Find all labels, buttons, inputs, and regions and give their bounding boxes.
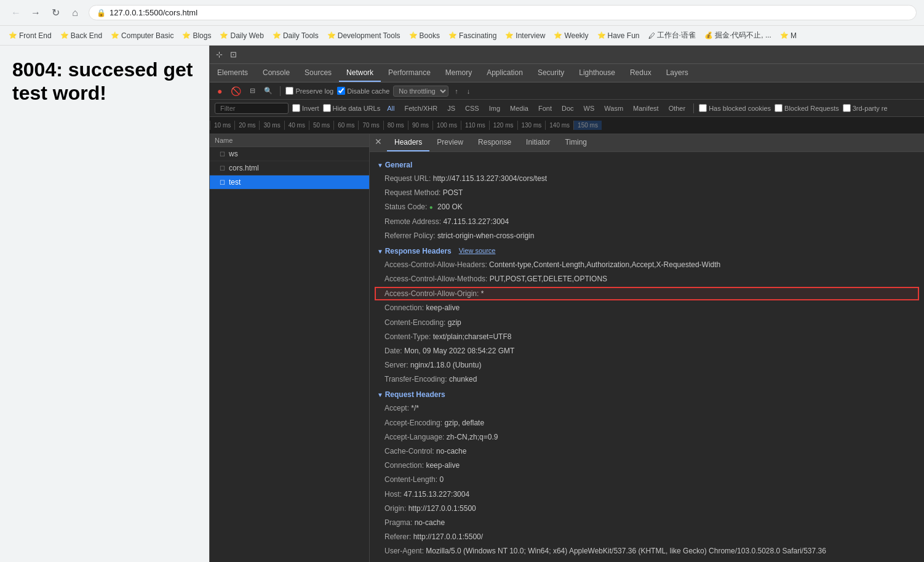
panel-tab-headers[interactable]: Headers — [387, 134, 429, 151]
throttle-select[interactable]: No throttling — [393, 86, 448, 97]
tab-layers[interactable]: Layers — [659, 65, 696, 82]
separator — [280, 86, 281, 96]
record-button[interactable]: ● — [215, 85, 225, 97]
view-source-link[interactable]: View source — [459, 247, 496, 254]
bookmark-back-end[interactable]: ⭐ Back End — [57, 30, 106, 41]
preserve-log-checkbox[interactable] — [285, 87, 293, 95]
bookmark-juejin[interactable]: 💰 掘金·代码不止, ... — [701, 29, 775, 42]
tab-application[interactable]: Application — [479, 65, 530, 82]
origin-row: Origin: http://127.0.0.1:5500 — [375, 502, 919, 516]
bookmark-fascinating[interactable]: ⭐ Fascinating — [445, 30, 500, 41]
panel-tab-initiator[interactable]: Initiator — [519, 134, 557, 151]
filter-doc[interactable]: Doc — [559, 103, 577, 113]
disable-cache-label[interactable]: Disable cache — [337, 87, 389, 95]
forward-button[interactable]: → — [27, 4, 44, 22]
filter-manifest[interactable]: Manifest — [630, 103, 662, 113]
third-party-label[interactable]: 3rd-party re — [843, 104, 888, 112]
bookmark-label: M — [791, 31, 797, 40]
bookmark-front-end[interactable]: ⭐ Front End — [5, 30, 55, 41]
preserve-log-label[interactable]: Preserve log — [285, 87, 333, 95]
clear-button[interactable]: 🚫 — [228, 85, 244, 97]
bookmark-weekly[interactable]: ⭐ Weekly — [550, 30, 592, 41]
filter-input[interactable] — [215, 103, 289, 114]
filter-js[interactable]: JS — [444, 103, 458, 113]
search-button[interactable]: 🔍 — [261, 86, 275, 96]
request-list-header: Name — [210, 134, 369, 147]
tab-performance[interactable]: Performance — [381, 65, 438, 82]
tab-network[interactable]: Network — [339, 65, 381, 82]
has-blocked-cookies-checkbox[interactable] — [699, 104, 707, 112]
accept-label: Accept: — [384, 404, 411, 412]
filter-toggle[interactable]: ⊟ — [247, 86, 258, 96]
checkbox-icon: ☐ — [220, 179, 225, 186]
blocked-requests-label[interactable]: Blocked Requests — [775, 104, 839, 112]
bookmark-m[interactable]: ⭐ M — [776, 30, 800, 41]
home-button[interactable]: ⌂ — [66, 4, 84, 22]
upload-icon[interactable]: ↑ — [452, 86, 461, 96]
tab-sources[interactable]: Sources — [297, 65, 339, 82]
blocked-requests-checkbox[interactable] — [775, 104, 783, 112]
filter-ws[interactable]: WS — [581, 103, 598, 113]
bookmark-label: Books — [420, 31, 440, 40]
filter-img[interactable]: Img — [486, 103, 503, 113]
tab-elements[interactable]: Elements — [210, 65, 255, 82]
bookmark-icon: ⭐ — [554, 31, 562, 39]
server-value: nginx/1.18.0 (Ubuntu) — [410, 361, 481, 369]
bookmark-label: Have Fun — [608, 31, 640, 40]
download-icon[interactable]: ↓ — [464, 86, 473, 96]
content-type-label: Content-Type: — [384, 332, 433, 341]
tab-security[interactable]: Security — [530, 65, 572, 82]
close-panel-button[interactable]: ✕ — [370, 134, 387, 151]
status-code-label: Status Code: — [384, 203, 429, 211]
devtools-device-toggle[interactable]: ⊡ — [226, 47, 241, 62]
bookmark-daily-tools[interactable]: ⭐ Daily Tools — [269, 30, 322, 41]
bookmark-computer-basic[interactable]: ⭐ Computer Basic — [107, 30, 177, 41]
filter-fetch-xhr[interactable]: Fetch/XHR — [401, 103, 440, 113]
bookmark-daily-web[interactable]: ⭐ Daily Web — [216, 30, 267, 41]
disable-cache-checkbox[interactable] — [337, 87, 345, 95]
request-headers-section-header[interactable]: Request Headers — [375, 387, 919, 401]
tab-memory[interactable]: Memory — [438, 65, 479, 82]
bookmark-interview[interactable]: ⭐ Interview — [501, 30, 549, 41]
filter-media[interactable]: Media — [507, 103, 532, 113]
hide-data-urls-checkbox[interactable] — [323, 104, 331, 112]
bookmark-have-fun[interactable]: ⭐ Have Fun — [594, 30, 643, 41]
panel-tab-response[interactable]: Response — [471, 134, 519, 151]
filter-wasm[interactable]: Wasm — [601, 103, 626, 113]
invert-text: Invert — [302, 105, 319, 112]
has-blocked-cookies-label[interactable]: Has blocked cookies — [699, 104, 771, 112]
tab-lighthouse[interactable]: Lighthouse — [572, 65, 623, 82]
request-item-ws[interactable]: ☐ ws — [210, 147, 369, 161]
tab-console[interactable]: Console — [255, 65, 297, 82]
reload-button[interactable]: ↻ — [47, 4, 64, 22]
request-item-cors[interactable]: ☐ cors.html — [210, 161, 369, 175]
bookmark-icon: 💰 — [704, 31, 713, 39]
bookmark-yuque[interactable]: 🖊 工作台·语雀 — [645, 29, 699, 42]
hide-data-urls-label[interactable]: Hide data URLs — [323, 104, 381, 112]
accept-row: Accept: */* — [375, 401, 919, 415]
request-item-test[interactable]: ☐ test — [210, 175, 369, 190]
content-type-row: Content-Type: text/plain;charset=UTF8 — [375, 330, 919, 344]
invert-label[interactable]: Invert — [292, 104, 319, 112]
general-section-header[interactable]: General — [375, 157, 919, 172]
invert-checkbox[interactable] — [292, 104, 300, 112]
acao-label: Access-Control-Allow-Origin: — [384, 289, 481, 298]
bookmark-development-tools[interactable]: ⭐ Development Tools — [324, 30, 404, 41]
third-party-checkbox[interactable] — [843, 104, 851, 112]
filter-css[interactable]: CSS — [462, 103, 482, 113]
filter-font[interactable]: Font — [535, 103, 555, 113]
back-button[interactable]: ← — [7, 4, 25, 22]
bookmark-books[interactable]: ⭐ Books — [405, 30, 444, 41]
filter-other[interactable]: Other — [666, 103, 689, 113]
filter-all[interactable]: All — [384, 103, 397, 113]
tab-redux[interactable]: Redux — [623, 65, 659, 82]
devtools-select-tool[interactable]: ⊹ — [212, 47, 226, 62]
request-name: test — [229, 178, 241, 187]
referer-row: Referer: http://127.0.0.1:5500/ — [375, 530, 919, 544]
address-bar[interactable]: 🔒 127.0.0.1:5500/cors.html — [89, 5, 917, 20]
panel-tab-timing[interactable]: Timing — [557, 134, 594, 151]
response-headers-section-header[interactable]: Response Headers — [375, 243, 454, 258]
bookmarks-bar: ⭐ Front End ⭐ Back End ⭐ Computer Basic … — [0, 26, 924, 46]
panel-tab-preview[interactable]: Preview — [429, 134, 471, 151]
bookmark-blogs[interactable]: ⭐ Blogs — [178, 30, 215, 41]
